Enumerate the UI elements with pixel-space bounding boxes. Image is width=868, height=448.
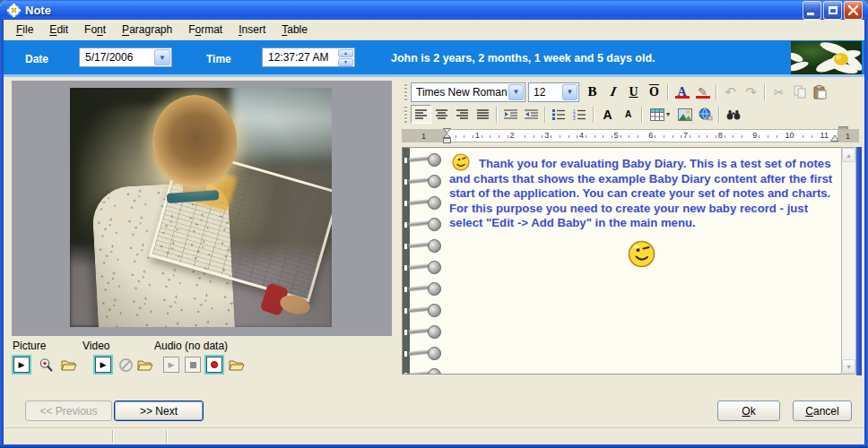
time-picker[interactable]: 12:37:27 AM ▲ ▼ [262,47,355,67]
align-right-button[interactable] [452,105,473,124]
caret-down-icon: ▾ [666,110,670,118]
find-button[interactable] [723,105,743,124]
bold-icon: B [587,84,596,99]
close-button[interactable] [844,1,863,20]
underline-button[interactable]: U [623,82,644,101]
ok-button[interactable]: Ok [717,401,780,421]
toolbar-separator [764,84,766,100]
note-content[interactable]: Thank you for evaluating Baby Diary. Thi… [410,153,839,271]
daisy-photo [791,41,862,74]
highlight-color-button[interactable]: ✎ [692,82,713,101]
redo-icon: ↷ [745,85,757,99]
picture-icon [678,108,692,121]
insert-table-button[interactable]: ▾ [646,105,674,124]
close-icon [847,4,859,16]
date-value: 5/17/2006 [80,51,153,64]
date-dropdown-button[interactable]: ▼ [154,49,170,65]
scroll-up-button[interactable]: ▲ [842,148,855,162]
spin-up-button[interactable]: ▲ [338,49,353,57]
align-justify-button[interactable] [473,105,493,124]
italic-button[interactable]: I [603,82,623,101]
align-center-button[interactable] [431,105,452,124]
title-bar[interactable]: Note [0,0,868,20]
picture-label: Picture [13,340,46,352]
shrink-font-button[interactable]: A [618,105,638,124]
play-icon: ▶ [100,361,107,369]
underline-icon: U [629,85,638,99]
font-name-dropdown-button[interactable]: ▼ [508,84,524,100]
menu-edit[interactable]: Edit [41,21,76,39]
menu-insert[interactable]: Insert [230,21,273,39]
note-text-area[interactable]: Thank you for evaluating Baby Diary. Thi… [402,147,841,375]
audio-record-button[interactable] [206,357,222,373]
globe-link-icon [699,108,713,121]
photo-panel [12,81,392,336]
table-icon [650,108,664,121]
cancel-button[interactable]: Cancel [793,401,852,421]
font-name-combo[interactable]: Times New Roman ▼ [411,82,525,102]
video-play-button[interactable]: ▶ [95,357,111,373]
font-color-button[interactable]: A [672,82,692,101]
video-label: Video [82,340,109,352]
font-size-combo[interactable]: 12 ▼ [528,82,579,102]
date-picker[interactable]: 5/17/2006 ▼ [79,47,172,67]
highlight-color-bar [696,96,710,99]
picture-zoom-button[interactable] [38,357,54,373]
align-left-icon [415,109,428,120]
menu-paragraph[interactable]: Paragraph [114,21,180,39]
maximize-button[interactable] [823,1,842,20]
indent-marker[interactable] [443,128,451,143]
window-title: Note [25,4,803,17]
vertical-scrollbar[interactable]: ▲ ▼ [841,147,856,375]
bold-button[interactable]: B [582,82,603,101]
decrease-indent-button[interactable] [500,105,521,124]
toolbar-grip[interactable] [404,84,407,100]
spin-up-icon: ▲ [343,50,348,56]
toolbar-separator [641,107,643,123]
font-size-dropdown-button[interactable]: ▼ [562,84,577,100]
video-open-button[interactable] [137,357,153,373]
overline-button[interactable]: O [644,82,664,101]
minimize-button[interactable] [803,1,821,20]
font-size-value: 12 [529,86,561,99]
toolbar-grip[interactable] [404,107,407,123]
time-value: 12:37:27 AM [263,51,337,64]
svg-text:3: 3 [573,116,576,120]
scroll-down-button[interactable]: ▼ [842,359,855,374]
photo-vignette [70,88,332,327]
copy-icon [794,85,806,99]
spin-down-button[interactable]: ▼ [338,58,353,66]
note-line: and charts that shows the example Baby D… [449,172,834,187]
bullet-list-button[interactable] [549,105,569,124]
picture-play-button[interactable]: ▶ [13,357,30,373]
align-left-button[interactable] [411,105,431,124]
ruler-left-number: 1 [421,132,426,141]
chevron-down-icon: ▼ [513,88,520,96]
next-button[interactable]: >> Next [114,401,204,421]
date-label: Date [25,53,48,65]
menu-format[interactable]: Format [180,21,230,39]
numbered-list-button[interactable]: 1 2 3 [569,105,590,124]
page-edge-border [856,147,862,375]
audio-open-button[interactable] [229,357,245,373]
spiral-ring [404,347,438,359]
grow-font-button[interactable]: A [597,105,618,124]
note-line: For this purpose you need to create your… [449,202,834,217]
increase-indent-button[interactable] [521,105,542,124]
video-no-data-button [117,357,134,373]
insert-hyperlink-button[interactable] [695,105,716,124]
menu-font[interactable]: Font [76,21,114,39]
window-border-left [0,20,4,448]
ruler-numbers: 1 2 3 4 5 6 7 8 9 10 11 [460,130,842,142]
ruler-left-margin: 1 [402,129,446,142]
insert-picture-button[interactable] [674,105,695,124]
toolbar-separator [544,107,546,123]
spiral-ring [404,368,438,375]
ruler-page-area: 1 2 3 4 5 6 7 8 9 10 11 [446,129,838,142]
play-icon: ▶ [19,361,25,369]
baby-age-text: John is 2 years, 2 months, 1 week and 5 … [391,52,655,65]
menu-table[interactable]: Table [273,21,316,39]
menu-file[interactable]: File [8,21,41,39]
picture-open-button[interactable] [61,357,77,373]
paste-button[interactable] [810,82,830,101]
